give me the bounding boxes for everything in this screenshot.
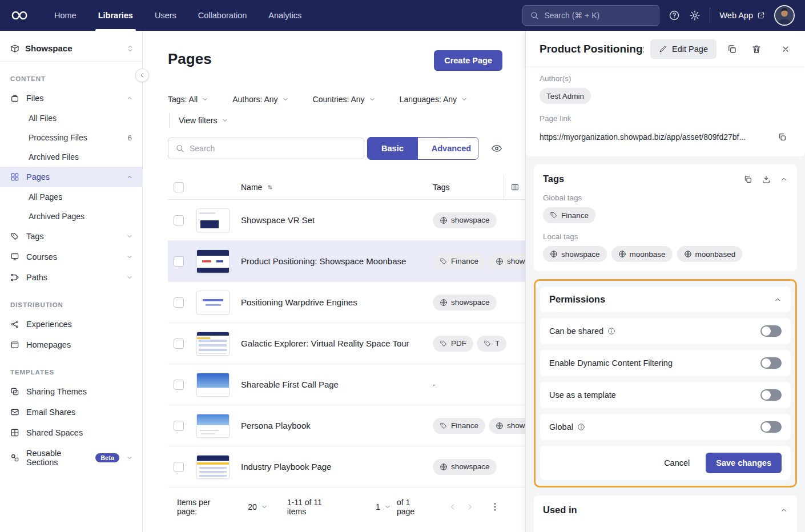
local-tag-chip[interactable]: moonbased [677,246,743,262]
tag-chip[interactable]: T [477,336,506,352]
permission-row: Can be shared [540,318,791,344]
tag-chip[interactable]: showspace [489,418,525,434]
copy-tags-icon[interactable] [743,175,752,184]
tag-chip[interactable]: Finance [433,418,485,434]
collapse-used-in-chevron-up-icon[interactable] [780,506,788,514]
panel-title: Product Positioning:... [540,43,644,55]
nav-home[interactable]: Home [43,0,87,31]
sidebar-item-homepages[interactable]: Homepages [0,334,142,355]
table-row-selected[interactable]: Product Positioning: Showspace Moonbase … [168,241,525,282]
table-row[interactable]: Positioning Warpdrive Engines showspace [168,282,525,323]
help-icon[interactable] [669,10,680,21]
row-checkbox[interactable] [174,380,184,390]
table-row[interactable]: Shareable First Call Page - [168,364,525,405]
workspace-selector[interactable]: Showspace [0,38,142,62]
table-row[interactable]: Galactic Explorer: Virtual Reality Space… [168,323,525,364]
nav-analytics[interactable]: Analytics [257,0,312,31]
nav-libraries[interactable]: Libraries [87,0,144,31]
view-filters-button[interactable]: View filters [169,113,228,128]
author-chip[interactable]: Test Admin [540,88,591,104]
row-checkbox[interactable] [174,421,184,431]
row-checkbox[interactable] [174,256,184,267]
sidebar-item-shared-spaces[interactable]: Shared Spaces [0,422,142,443]
dynamic-content-filtering-toggle[interactable] [760,357,782,369]
sidebar-item-sharing-themes[interactable]: Sharing Themes [0,381,142,402]
collapse-tags-chevron-up-icon[interactable] [780,175,788,183]
row-checkbox[interactable] [174,297,184,308]
nav-collaboration[interactable]: Collaboration [187,0,257,31]
row-checkbox[interactable] [174,462,184,472]
sidebar-item-archived-files[interactable]: Archived Files [0,147,142,167]
nav-users[interactable]: Users [144,0,187,31]
columns-settings-icon[interactable] [504,175,525,200]
filter-languages[interactable]: Languages: Any [400,95,468,104]
info-icon[interactable] [577,423,585,431]
trash-icon[interactable] [747,40,766,58]
global-tag-chip[interactable]: Finance [543,207,595,223]
sidebar-item-paths[interactable]: Paths [0,267,142,288]
table-row[interactable]: Showspace VR Set showspace [168,200,525,241]
copy-link-icon[interactable] [773,128,791,146]
tag-chip[interactable]: Finance [433,253,485,269]
sidebar-item-courses[interactable]: Courses [0,247,142,267]
tag-chip[interactable]: showspace [433,459,497,475]
workspace-name: Showspace [25,43,120,53]
sidebar-item-email-shares[interactable]: Email Shares [0,402,142,422]
close-icon[interactable] [776,40,795,58]
workspace-switch-icon[interactable] [126,45,134,53]
sort-icon[interactable] [266,183,274,191]
edit-page-button[interactable]: Edit Page [650,39,717,59]
pagination-more-icon[interactable] [490,502,500,512]
row-checkbox[interactable] [174,338,184,349]
sidebar-item-archived-pages[interactable]: Archived Pages [0,207,142,226]
duplicate-icon[interactable] [723,40,741,58]
import-tags-icon[interactable] [762,175,771,184]
table-row[interactable]: Industry Playbook Page showspace [168,446,525,487]
global-search[interactable] [522,5,659,26]
tag-chip[interactable]: showspace [433,212,497,228]
global-search-input[interactable] [544,11,652,20]
info-icon[interactable] [607,327,615,335]
global-toggle[interactable] [760,421,782,433]
sidebar-item-files[interactable]: Files [0,88,142,108]
sidebar-item-reusable-sections[interactable]: Reusable Sections Beta [0,443,142,473]
tag-chip[interactable]: showspace [433,295,497,311]
sidebar-item-all-pages[interactable]: All Pages [0,187,142,207]
previous-page-button[interactable] [445,498,462,515]
sidebar-item-tags[interactable]: Tags [0,226,142,247]
table-row[interactable]: Persona Playbook Finance showspace [168,405,525,446]
advanced-mode-button[interactable]: Advanced [417,138,478,159]
table-search[interactable] [168,138,364,159]
can-be-shared-toggle[interactable] [760,325,782,337]
collapse-permissions-chevron-up-icon[interactable] [774,296,782,304]
local-tag-chip[interactable]: moonbase [611,246,673,262]
items-per-page-select[interactable]: 20 [248,502,268,511]
filter-tags[interactable]: Tags: All [168,95,208,104]
web-app-link[interactable]: Web App [719,11,765,20]
table-search-input[interactable] [190,144,357,153]
tag-chip[interactable]: PDF [433,336,473,352]
sidebar-item-pages[interactable]: Pages [0,167,142,187]
preview-eye-icon[interactable] [491,143,502,154]
cancel-button[interactable]: Cancel [658,453,695,473]
save-changes-button[interactable]: Save changes [706,453,782,473]
showpad-logo-icon[interactable] [11,9,29,22]
user-avatar[interactable] [774,5,795,26]
page-select[interactable]: 1 [376,502,391,511]
create-page-button[interactable]: Create Page [434,50,502,71]
tag-chip[interactable]: showspace [489,253,525,269]
filter-authors[interactable]: Authors: Any [232,95,288,104]
select-all-checkbox[interactable] [174,182,184,192]
next-page-button[interactable] [461,498,478,515]
page-link-url[interactable]: https://myorganization.showpad.biz/app/a… [540,132,767,142]
settings-gear-icon[interactable] [689,10,701,21]
basic-mode-button[interactable]: Basic [368,138,417,159]
row-checkbox[interactable] [174,215,184,225]
filter-countries[interactable]: Countries: Any [313,95,376,104]
local-tag-chip[interactable]: showspace [543,246,607,262]
sidebar-item-experiences[interactable]: Experiences [0,314,142,334]
sidebar-item-processing-files[interactable]: Processing Files 6 [0,128,142,147]
sidebar-collapse-button[interactable] [135,68,149,82]
use-as-template-toggle[interactable] [760,389,782,401]
sidebar-item-all-files[interactable]: All Files [0,108,142,128]
